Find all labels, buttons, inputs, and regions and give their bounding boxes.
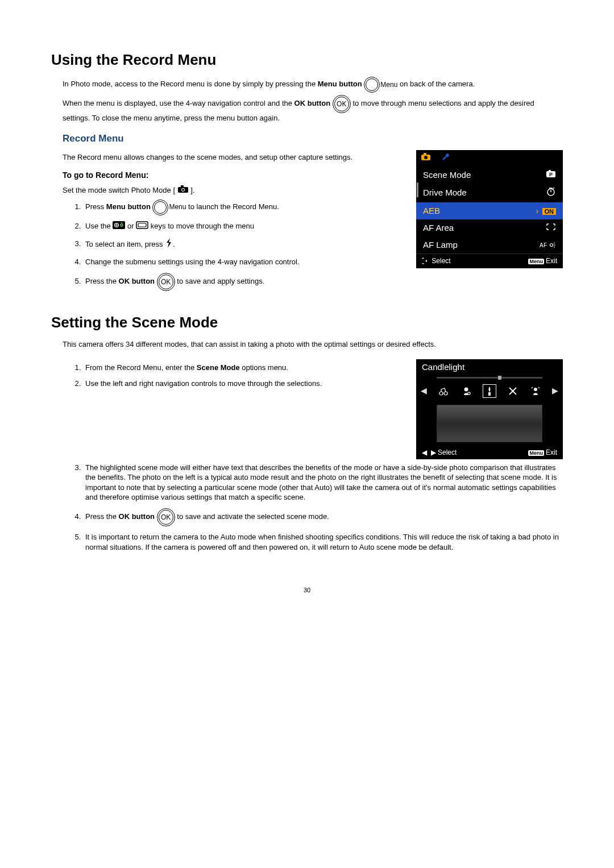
paragraph-intro-1: In Photo mode, access to the Record menu… bbox=[63, 77, 563, 93]
text: options menu. bbox=[240, 363, 288, 372]
text: to save and apply settings. bbox=[177, 277, 264, 285]
text: To select an item, press bbox=[85, 239, 165, 248]
text: Press the bbox=[85, 277, 119, 285]
svg-point-18 bbox=[444, 392, 447, 395]
row-label: Drive Mode bbox=[423, 187, 467, 198]
wrench-tab-icon bbox=[441, 152, 450, 164]
text: From the Record Menu, enter the bbox=[85, 363, 197, 372]
scene-icon bbox=[507, 385, 519, 397]
footer-select: ◀ ▶ Select bbox=[422, 448, 457, 457]
menu-button-icon bbox=[364, 77, 380, 93]
page-number: 30 bbox=[51, 586, 563, 595]
heading-to-go-to-record-menu: To go to Record Menu: bbox=[63, 170, 403, 181]
scene-title: Candlelight bbox=[416, 359, 563, 375]
row-label: AEB bbox=[423, 205, 440, 217]
row-label: AF Lamp bbox=[423, 239, 458, 251]
scene-mode-screenshot: Candlelight ◀ bbox=[416, 359, 563, 459]
scene-icon bbox=[460, 385, 472, 397]
text: Set the mode switch Photo Mode [ bbox=[63, 186, 177, 194]
heading-using-record-menu: Using the Record Menu bbox=[51, 50, 563, 70]
svg-point-19 bbox=[464, 387, 468, 391]
camera-icon bbox=[177, 185, 189, 196]
text-bold: Menu button bbox=[318, 80, 362, 89]
scrollbar-indicator bbox=[417, 182, 418, 197]
ok-button-icon: OK bbox=[333, 95, 351, 113]
paragraph-set-mode: Set the mode switch Photo Mode [ ]. bbox=[63, 185, 403, 196]
right-arrow-icon: ▶ bbox=[552, 385, 558, 396]
svg-point-17 bbox=[439, 392, 443, 395]
svg-rect-10 bbox=[424, 153, 426, 155]
scene-icon bbox=[437, 385, 450, 397]
steps-record-menu: Press Menu button Menu to launch the Rec… bbox=[63, 200, 403, 291]
heading-record-menu: Record Menu bbox=[63, 132, 563, 146]
camera-tab-icon bbox=[421, 152, 431, 164]
list-item: Change the submenu settings using the 4-… bbox=[83, 257, 403, 267]
paragraph-record-menu-desc: The Record menu allows changes to the sc… bbox=[63, 152, 403, 163]
svg-point-16 bbox=[550, 243, 553, 246]
left-arrow-icon: ◀ bbox=[421, 385, 427, 396]
text-bold: OK button bbox=[119, 277, 155, 285]
text-bold: Menu button bbox=[106, 202, 151, 211]
list-item: Use the left and right navigation contro… bbox=[83, 379, 403, 389]
row-label: AF Area bbox=[423, 222, 454, 234]
row-value: ›ON bbox=[536, 205, 557, 217]
paragraph-scene-intro: This camera offers 34 different modes, t… bbox=[63, 339, 563, 350]
p-mode-icon: P bbox=[546, 170, 556, 181]
svg-rect-1 bbox=[181, 185, 184, 188]
text: In Photo mode, access to the Record menu… bbox=[63, 80, 318, 89]
svg-point-11 bbox=[424, 156, 428, 159]
list-item: Use the or keys to move through the menu bbox=[83, 221, 403, 232]
text: to save and activate the selected scene … bbox=[177, 512, 329, 521]
flash-key-icon bbox=[136, 221, 148, 232]
menu-row-af-area: AF Area bbox=[416, 219, 563, 236]
paragraph-intro-2: When the menu is displayed, use the 4-wa… bbox=[63, 95, 563, 123]
svg-point-23 bbox=[534, 388, 537, 391]
svg-rect-8 bbox=[138, 223, 146, 227]
svg-point-3 bbox=[182, 189, 184, 191]
menu-row-af-lamp: AF Lamp AF bbox=[416, 236, 563, 254]
row-label: Scene Mode bbox=[423, 169, 471, 181]
list-item: It is important to return the camera to … bbox=[83, 532, 563, 552]
menu-row-scene-mode: Scene Mode P bbox=[416, 167, 563, 184]
footer-exit: MenuExit bbox=[528, 448, 557, 457]
timer-icon bbox=[546, 186, 556, 200]
footer-exit: MenuExit bbox=[528, 256, 557, 265]
text: on back of the camera. bbox=[400, 80, 475, 89]
ok-button-icon: OK bbox=[157, 273, 175, 291]
svg-text:P: P bbox=[549, 172, 553, 177]
menu-label: Menu bbox=[380, 81, 397, 89]
scene-icon bbox=[529, 385, 542, 397]
steps-scene-mode-a: From the Record Menu, enter the Scene Mo… bbox=[63, 363, 403, 388]
svg-point-20 bbox=[468, 392, 470, 394]
heading-setting-scene-mode: Setting the Scene Mode bbox=[51, 313, 563, 333]
list-item: From the Record Menu, enter the Scene Mo… bbox=[83, 363, 403, 373]
list-item: Press the OK button OK to save and activ… bbox=[83, 508, 563, 526]
text-bold: OK button bbox=[294, 99, 331, 108]
down-arrow-icon bbox=[165, 238, 173, 252]
menu-row-drive-mode: Drive Mode bbox=[416, 184, 563, 202]
text: to launch the Record Menu. bbox=[188, 202, 279, 211]
list-item: Press Menu button Menu to launch the Rec… bbox=[83, 200, 403, 215]
af-lamp-icon: AF bbox=[540, 242, 556, 250]
steps-scene-mode-b: The highlighted scene mode will either h… bbox=[63, 463, 563, 552]
text: . bbox=[173, 239, 175, 248]
scene-scrollbar bbox=[437, 377, 542, 379]
list-item: To select an item, press . bbox=[83, 238, 403, 252]
menu-row-aeb: AEB ›ON bbox=[416, 202, 563, 219]
text: When the menu is displayed, use the 4-wa… bbox=[63, 99, 294, 108]
text: Press bbox=[85, 202, 106, 211]
ok-button-icon: OK bbox=[157, 508, 175, 526]
menu-button-icon bbox=[152, 200, 168, 215]
text: Press the bbox=[85, 512, 119, 521]
scene-icon-selected bbox=[483, 384, 496, 398]
text: keys to move through the menu bbox=[148, 222, 254, 230]
scene-preview-image bbox=[437, 405, 542, 442]
menu-label: Menu bbox=[169, 203, 186, 211]
text: or bbox=[125, 222, 136, 230]
list-item: Press the OK button OK to save and apply… bbox=[83, 273, 403, 291]
svg-point-22 bbox=[512, 390, 514, 392]
text: ]. bbox=[189, 186, 195, 194]
list-item: The highlighted scene mode will either h… bbox=[83, 463, 563, 502]
text-bold: Scene Mode bbox=[197, 363, 240, 372]
text-bold: OK button bbox=[119, 512, 155, 521]
